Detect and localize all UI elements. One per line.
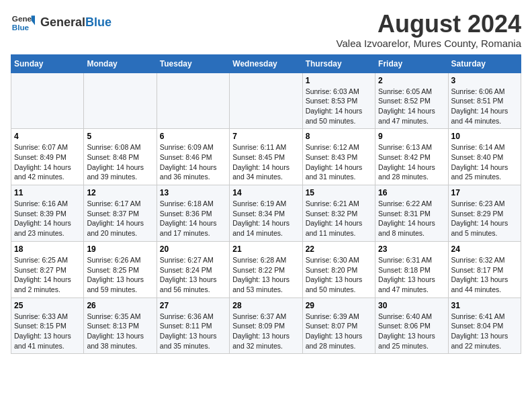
day-content: Sunrise: 6:12 AM Sunset: 8:43 PM Dayligh… [306, 142, 372, 182]
day-number: 10 [451, 132, 518, 141]
day-content: Sunrise: 6:31 AM Sunset: 8:18 PM Dayligh… [378, 255, 445, 295]
calendar-cell: 11Sunrise: 6:16 AM Sunset: 8:39 PM Dayli… [11, 185, 84, 242]
day-number: 6 [160, 132, 226, 141]
day-content: Sunrise: 6:40 AM Sunset: 8:06 PM Dayligh… [378, 312, 445, 351]
calendar-cell: 23Sunrise: 6:31 AM Sunset: 8:18 PM Dayli… [375, 241, 448, 298]
day-content: Sunrise: 6:06 AM Sunset: 8:51 PM Dayligh… [451, 87, 518, 126]
day-content: Sunrise: 6:41 AM Sunset: 8:04 PM Dayligh… [451, 312, 518, 351]
main-title: August 2024 [337, 11, 521, 38]
day-number: 22 [306, 244, 372, 254]
calendar-cell: 20Sunrise: 6:27 AM Sunset: 8:24 PM Dayli… [157, 241, 229, 298]
weekday-header-saturday: Saturday [448, 54, 521, 73]
day-number: 27 [160, 301, 226, 310]
day-content: Sunrise: 6:07 AM Sunset: 8:49 PM Dayligh… [14, 142, 81, 182]
calendar-cell: 13Sunrise: 6:18 AM Sunset: 8:36 PM Dayli… [157, 185, 229, 242]
day-content: Sunrise: 6:33 AM Sunset: 8:15 PM Dayligh… [14, 312, 81, 351]
calendar-cell: 25Sunrise: 6:33 AM Sunset: 8:15 PM Dayli… [11, 298, 84, 354]
day-number: 15 [306, 188, 372, 197]
page-header: General Blue GeneralBlue August 2024 Val… [11, 11, 521, 49]
day-content: Sunrise: 6:03 AM Sunset: 8:53 PM Dayligh… [306, 87, 372, 126]
day-number: 7 [232, 132, 299, 141]
svg-marker-2 [32, 15, 35, 25]
day-content: Sunrise: 6:23 AM Sunset: 8:29 PM Dayligh… [451, 199, 518, 238]
calendar-cell [11, 73, 84, 129]
day-number: 12 [87, 188, 153, 197]
calendar-cell: 7Sunrise: 6:11 AM Sunset: 8:45 PM Daylig… [230, 129, 302, 185]
logo-blue-text: Blue [85, 15, 112, 29]
calendar-cell: 31Sunrise: 6:41 AM Sunset: 8:04 PM Dayli… [448, 298, 521, 354]
calendar-header: SundayMondayTuesdayWednesdayThursdayFrid… [11, 54, 521, 73]
day-number: 16 [378, 188, 445, 197]
day-content: Sunrise: 6:26 AM Sunset: 8:25 PM Dayligh… [87, 255, 153, 295]
day-content: Sunrise: 6:30 AM Sunset: 8:20 PM Dayligh… [306, 255, 372, 295]
day-number: 19 [87, 244, 153, 254]
day-number: 11 [14, 188, 81, 197]
day-content: Sunrise: 6:16 AM Sunset: 8:39 PM Dayligh… [14, 199, 81, 238]
calendar-cell: 28Sunrise: 6:37 AM Sunset: 8:09 PM Dayli… [230, 298, 302, 354]
calendar-week-3: 11Sunrise: 6:16 AM Sunset: 8:39 PM Dayli… [11, 185, 521, 242]
day-content: Sunrise: 6:35 AM Sunset: 8:13 PM Dayligh… [87, 312, 153, 351]
calendar-cell: 17Sunrise: 6:23 AM Sunset: 8:29 PM Dayli… [448, 185, 521, 242]
day-number: 26 [87, 301, 153, 310]
calendar-body: 1Sunrise: 6:03 AM Sunset: 8:53 PM Daylig… [11, 73, 521, 354]
day-content: Sunrise: 6:27 AM Sunset: 8:24 PM Dayligh… [160, 255, 226, 295]
day-number: 23 [378, 244, 445, 254]
day-content: Sunrise: 6:25 AM Sunset: 8:27 PM Dayligh… [14, 255, 81, 295]
day-number: 13 [160, 188, 226, 197]
day-content: Sunrise: 6:17 AM Sunset: 8:37 PM Dayligh… [87, 199, 153, 238]
day-number: 9 [378, 132, 445, 141]
subtitle: Valea Izvoarelor, Mures County, Romania [337, 38, 521, 49]
weekday-header-monday: Monday [84, 54, 157, 73]
day-content: Sunrise: 6:19 AM Sunset: 8:34 PM Dayligh… [232, 199, 299, 238]
day-number: 4 [14, 132, 81, 141]
calendar-cell: 10Sunrise: 6:14 AM Sunset: 8:40 PM Dayli… [448, 129, 521, 185]
calendar-cell [157, 73, 229, 129]
day-content: Sunrise: 6:36 AM Sunset: 8:11 PM Dayligh… [160, 312, 226, 351]
weekday-header-tuesday: Tuesday [157, 54, 229, 73]
calendar-cell: 4Sunrise: 6:07 AM Sunset: 8:49 PM Daylig… [11, 129, 84, 185]
day-number: 1 [306, 76, 372, 85]
calendar-cell: 16Sunrise: 6:22 AM Sunset: 8:31 PM Dayli… [375, 185, 448, 242]
day-content: Sunrise: 6:08 AM Sunset: 8:48 PM Dayligh… [87, 142, 153, 182]
day-number: 17 [451, 188, 518, 197]
weekday-header-wednesday: Wednesday [230, 54, 302, 73]
calendar-cell: 26Sunrise: 6:35 AM Sunset: 8:13 PM Dayli… [84, 298, 157, 354]
calendar-cell: 6Sunrise: 6:09 AM Sunset: 8:46 PM Daylig… [157, 129, 229, 185]
calendar-week-1: 1Sunrise: 6:03 AM Sunset: 8:53 PM Daylig… [11, 73, 521, 129]
calendar-cell: 22Sunrise: 6:30 AM Sunset: 8:20 PM Dayli… [302, 241, 375, 298]
calendar-cell: 2Sunrise: 6:05 AM Sunset: 8:52 PM Daylig… [375, 73, 448, 129]
title-block: August 2024 Valea Izvoarelor, Mures Coun… [337, 11, 521, 49]
calendar-cell: 12Sunrise: 6:17 AM Sunset: 8:37 PM Dayli… [84, 185, 157, 242]
day-content: Sunrise: 6:14 AM Sunset: 8:40 PM Dayligh… [451, 142, 518, 182]
calendar-cell: 18Sunrise: 6:25 AM Sunset: 8:27 PM Dayli… [11, 241, 84, 298]
day-number: 28 [232, 301, 299, 310]
day-number: 25 [14, 301, 81, 310]
day-content: Sunrise: 6:37 AM Sunset: 8:09 PM Dayligh… [232, 312, 299, 351]
calendar-cell: 8Sunrise: 6:12 AM Sunset: 8:43 PM Daylig… [302, 129, 375, 185]
calendar-cell [230, 73, 302, 129]
day-number: 29 [306, 301, 372, 310]
logo-general-text: General [40, 15, 85, 29]
calendar-cell: 30Sunrise: 6:40 AM Sunset: 8:06 PM Dayli… [375, 298, 448, 354]
calendar-cell [84, 73, 157, 129]
svg-text:Blue: Blue [12, 23, 30, 32]
day-content: Sunrise: 6:05 AM Sunset: 8:52 PM Dayligh… [378, 87, 445, 126]
day-number: 18 [14, 244, 81, 254]
weekday-header-friday: Friday [375, 54, 448, 73]
day-content: Sunrise: 6:22 AM Sunset: 8:31 PM Dayligh… [378, 199, 445, 238]
day-content: Sunrise: 6:18 AM Sunset: 8:36 PM Dayligh… [160, 199, 226, 238]
calendar-week-5: 25Sunrise: 6:33 AM Sunset: 8:15 PM Dayli… [11, 298, 521, 354]
day-number: 31 [451, 301, 518, 310]
day-content: Sunrise: 6:21 AM Sunset: 8:32 PM Dayligh… [306, 199, 372, 238]
logo: General Blue GeneralBlue [11, 11, 112, 35]
calendar-cell: 29Sunrise: 6:39 AM Sunset: 8:07 PM Dayli… [302, 298, 375, 354]
weekday-header-sunday: Sunday [11, 54, 84, 73]
day-number: 14 [232, 188, 299, 197]
calendar-cell: 5Sunrise: 6:08 AM Sunset: 8:48 PM Daylig… [84, 129, 157, 185]
day-number: 21 [232, 244, 299, 254]
calendar-cell: 9Sunrise: 6:13 AM Sunset: 8:42 PM Daylig… [375, 129, 448, 185]
day-number: 3 [451, 76, 518, 85]
calendar-cell: 24Sunrise: 6:32 AM Sunset: 8:17 PM Dayli… [448, 241, 521, 298]
day-content: Sunrise: 6:32 AM Sunset: 8:17 PM Dayligh… [451, 255, 518, 295]
day-content: Sunrise: 6:13 AM Sunset: 8:42 PM Dayligh… [378, 142, 445, 182]
